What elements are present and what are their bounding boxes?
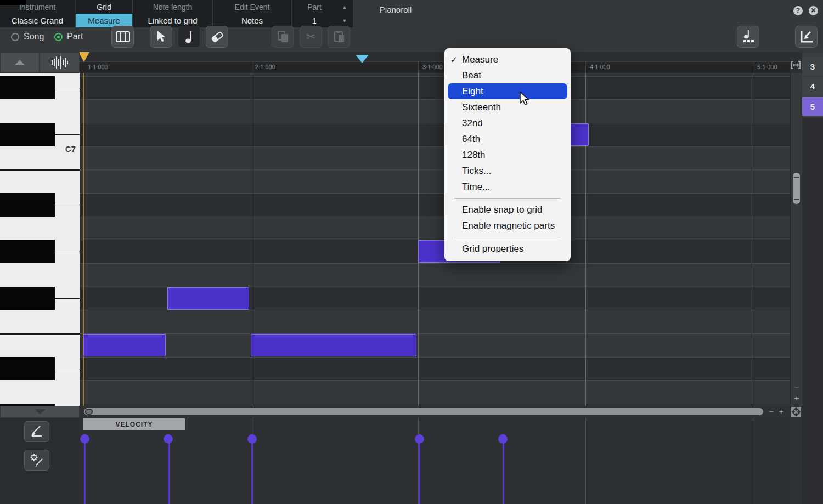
- velocity-marker-stem[interactable]: [419, 439, 420, 504]
- vertical-scrollbar[interactable]: − +: [790, 73, 802, 406]
- menu-item-sixteenth[interactable]: Sixteenth: [444, 99, 571, 115]
- pencil-icon: [30, 424, 44, 439]
- cursor-icon: [156, 30, 166, 43]
- horizontal-scrollbar[interactable]: [84, 408, 763, 415]
- part-item-5[interactable]: 5: [802, 97, 823, 116]
- close-icon: ✕: [810, 7, 816, 14]
- velocity-label[interactable]: VELOCITY: [83, 418, 185, 430]
- note-tool-button[interactable]: [178, 26, 200, 48]
- measure-line: [418, 73, 419, 406]
- grid-row-Cs7: [80, 123, 790, 146]
- timeline-label: 5:1:000: [757, 64, 777, 70]
- note-grid[interactable]: [80, 73, 790, 406]
- menu-item-time-[interactable]: Time...: [444, 179, 571, 195]
- instrument-value[interactable]: Classic Grand: [0, 14, 75, 27]
- grid-row-D7: [80, 99, 790, 123]
- zoom-out-vertical-button[interactable]: −: [791, 383, 803, 392]
- velocity-marker-stem[interactable]: [84, 439, 86, 504]
- velocity-marker-handle[interactable]: [164, 434, 173, 444]
- menu-item-enable-snap-to-grid[interactable]: Enable snap to grid: [444, 202, 571, 218]
- white-key-separator: [55, 369, 80, 369]
- menu-item-enable-magnetic-parts[interactable]: Enable magnetic parts: [444, 218, 571, 234]
- velocity-marker-stem[interactable]: [251, 439, 253, 504]
- arrow-into-corner-icon: [799, 30, 814, 44]
- scroll-keys-up-button[interactable]: [0, 52, 40, 73]
- vertical-scrollbar-thumb[interactable]: [793, 173, 800, 204]
- part-item-3[interactable]: 3: [802, 57, 823, 76]
- timeline-tick: [585, 62, 586, 73]
- velocity-marker-handle[interactable]: [498, 434, 508, 444]
- render-part-button[interactable]: [795, 26, 818, 48]
- piano-key-black-Ds7[interactable]: [0, 76, 55, 100]
- help-icon: ?: [796, 7, 800, 14]
- timeline[interactable]: 1:1:0002:1:0003:1:0004:1:0005:1:000: [80, 52, 802, 73]
- horizontal-scrollbar-thumb[interactable]: [85, 409, 93, 415]
- velocity-marker-handle[interactable]: [415, 434, 424, 444]
- song-mode-option[interactable]: Song: [11, 32, 44, 41]
- timeline-label: 3:1:000: [422, 64, 443, 70]
- menu-item-ticks-[interactable]: Ticks...: [444, 163, 571, 179]
- keyboard-display-button[interactable]: [111, 26, 134, 48]
- menu-item-128th[interactable]: 128th: [444, 147, 571, 163]
- velocity-draw-button[interactable]: [24, 421, 49, 442]
- part-spinner-down[interactable]: ▼: [342, 18, 347, 24]
- select-tool-button[interactable]: [150, 26, 172, 48]
- velocity-marker-handle[interactable]: [247, 434, 257, 444]
- octave-key-separator: [0, 333, 80, 335]
- fit-width-button[interactable]: [791, 60, 801, 70]
- window-title: Pianoroll: [341, 5, 450, 14]
- eraser-tool-button[interactable]: [206, 26, 228, 48]
- part-header: Part: [292, 0, 336, 14]
- note-length-value[interactable]: Linked to grid: [133, 14, 212, 27]
- paste-button[interactable]: [328, 26, 350, 48]
- key-label-c7: C7: [55, 144, 76, 154]
- duplicate-icon: [277, 30, 289, 43]
- quantize-button[interactable]: [737, 26, 759, 48]
- timeline-ruler[interactable]: 1:1:0002:1:0003:1:0004:1:0005:1:000: [80, 61, 790, 73]
- part-end-marker[interactable]: [356, 55, 369, 63]
- audition-mode-button[interactable]: [40, 52, 80, 73]
- white-key-separator: [55, 205, 80, 205]
- velocity-marker-stem[interactable]: [168, 439, 170, 504]
- piano-key-black-Ds6[interactable]: [0, 357, 55, 381]
- velocity-marker-stem[interactable]: [503, 439, 504, 504]
- piano-keyboard[interactable]: C7: [0, 73, 80, 406]
- grid-note-E6[interactable]: [83, 334, 166, 356]
- menu-item-grid-properties[interactable]: Grid properties: [444, 241, 571, 257]
- gear-pencil-icon: [29, 453, 44, 467]
- part-radio[interactable]: [54, 33, 63, 41]
- velocity-tools-panel: [0, 418, 80, 504]
- grid-row-F6: [80, 310, 790, 333]
- cut-button[interactable]: ✂: [300, 26, 322, 48]
- menu-item-measure[interactable]: Measure✓: [444, 52, 571, 67]
- expand-editor-button[interactable]: [790, 406, 802, 418]
- piano-key-black-Gs6[interactable]: [0, 240, 55, 263]
- help-button[interactable]: ?: [793, 6, 803, 15]
- grid-row-A6: [80, 217, 790, 240]
- zoom-in-horizontal-button[interactable]: +: [775, 406, 787, 416]
- settings-bar: Instrument Classic Grand Grid Measure No…: [0, 0, 353, 27]
- grid-note-Fs6[interactable]: [167, 287, 250, 310]
- part-item-4[interactable]: 4: [802, 77, 823, 96]
- velocity-settings-button[interactable]: [24, 450, 49, 471]
- grid-row-Ds7: [80, 76, 790, 100]
- close-button[interactable]: ✕: [809, 6, 818, 15]
- menu-item-64th[interactable]: 64th: [444, 131, 571, 147]
- velocity-marker-handle[interactable]: [80, 434, 89, 444]
- edit-event-header: Edit Event: [213, 0, 291, 14]
- zoom-in-vertical-button[interactable]: +: [791, 393, 803, 403]
- grid-menu-toggles: Enable snap to gridEnable magnetic parts: [444, 202, 571, 234]
- velocity-lane[interactable]: VELOCITY: [80, 418, 790, 504]
- menu-item-32nd[interactable]: 32nd: [444, 115, 571, 131]
- piano-key-black-As6[interactable]: [0, 193, 55, 217]
- piano-key-black-Cs7[interactable]: [0, 123, 55, 146]
- part-mode-option[interactable]: Part: [54, 32, 83, 41]
- piano-key-black-Fs6[interactable]: [0, 287, 55, 310]
- menu-item-eight[interactable]: Eight: [448, 83, 567, 99]
- grid-note-E6[interactable]: [251, 334, 416, 356]
- menu-item-beat[interactable]: Beat: [444, 67, 571, 83]
- scroll-keys-down-button[interactable]: [0, 406, 80, 418]
- playhead-marker[interactable]: [80, 52, 89, 62]
- duplicate-button[interactable]: [272, 26, 294, 48]
- song-radio[interactable]: [11, 33, 19, 41]
